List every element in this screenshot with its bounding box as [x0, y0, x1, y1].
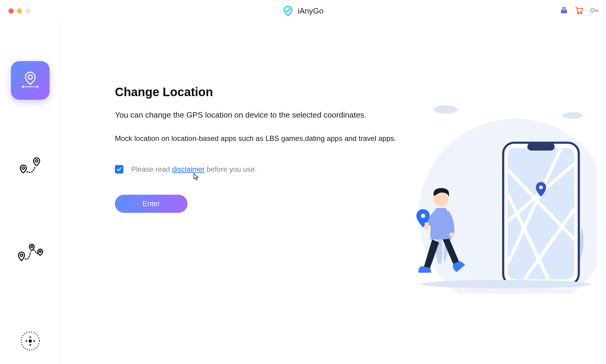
svg-point-11 [20, 254, 23, 256]
cart-icon[interactable] [575, 6, 584, 16]
svg-point-6 [28, 75, 32, 79]
close-window-button[interactable] [8, 8, 14, 14]
location-pin-icon [18, 68, 42, 93]
titlebar-actions [559, 6, 599, 16]
svg-point-7 [35, 160, 38, 162]
page-subtitle: You can change the GPS location on devic… [115, 110, 399, 120]
svg-point-25 [422, 280, 591, 288]
svg-rect-23 [425, 223, 429, 229]
disclaimer-row: Please read disclaimer before you use. [115, 165, 606, 174]
svg-point-24 [449, 232, 454, 237]
svg-rect-18 [503, 143, 579, 285]
titlebar: iAnyGo [0, 0, 606, 22]
main-content: Change Location You can change the GPS l… [60, 22, 606, 364]
bag-icon[interactable] [559, 6, 569, 16]
svg-point-15 [562, 112, 583, 119]
disclaimer-link[interactable]: disclaimer [172, 165, 205, 173]
sidebar-item-joystick[interactable] [11, 322, 50, 361]
svg-point-16 [570, 142, 582, 147]
joystick-icon [18, 329, 42, 354]
svg-rect-20 [527, 143, 555, 151]
key-icon[interactable] [590, 6, 599, 16]
sidebar-item-multi-spot[interactable] [11, 235, 50, 274]
svg-point-3 [578, 13, 579, 14]
app-title: iAnyGo [282, 5, 323, 16]
sidebar-item-change-location[interactable] [11, 61, 50, 100]
svg-point-8 [22, 167, 24, 169]
sidebar [0, 22, 60, 364]
minimize-window-button[interactable] [17, 8, 22, 14]
svg-point-14 [434, 105, 458, 114]
body: Change Location You can change the GPS l… [0, 22, 606, 364]
page-title: Change Location [115, 85, 606, 99]
app-title-text: iAnyGo [298, 6, 323, 16]
svg-point-21 [539, 186, 543, 189]
svg-point-4 [581, 13, 582, 14]
illustration [403, 94, 597, 294]
disclaimer-text: Please read disclaimer before you use. [131, 165, 257, 174]
svg-point-13 [29, 340, 31, 342]
disclaimer-prefix: Please read [131, 165, 172, 173]
svg-point-9 [31, 246, 33, 248]
route-single-icon [18, 156, 43, 179]
traffic-lights [8, 8, 31, 14]
svg-point-10 [39, 251, 41, 252]
svg-point-22 [421, 214, 425, 218]
svg-rect-2 [563, 7, 565, 9]
app-logo-icon [282, 5, 293, 16]
enter-button[interactable]: Enter [115, 195, 187, 213]
disclaimer-checkbox[interactable] [115, 165, 123, 174]
disclaimer-suffix: before you use. [205, 165, 257, 173]
sidebar-item-single-spot[interactable] [11, 148, 50, 187]
svg-point-17 [419, 119, 597, 294]
page-description: Mock location on location-based apps suc… [115, 133, 399, 144]
maximize-window-button[interactable] [25, 8, 31, 14]
route-multi-icon [17, 243, 44, 266]
app-window: iAnyGo [0, 0, 606, 364]
svg-point-5 [591, 8, 594, 12]
